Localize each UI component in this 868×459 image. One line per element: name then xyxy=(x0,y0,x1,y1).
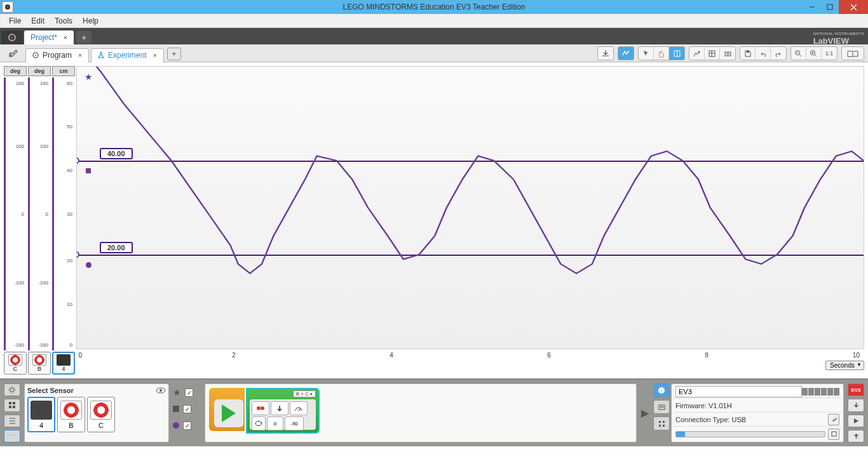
yaxis-scale-c[interactable]: 180 100 0 -100 -180 xyxy=(4,77,27,350)
legend-star-checkbox[interactable]: ✓ xyxy=(185,389,193,397)
brick-name-input[interactable] xyxy=(675,386,802,397)
add-project-tab[interactable]: + xyxy=(76,31,92,44)
menu-edit[interactable]: Edit xyxy=(26,14,50,28)
zoom-reset-button[interactable]: 1:1 xyxy=(822,47,837,60)
upload-button[interactable] xyxy=(848,430,864,442)
move-power-input[interactable]: 0 xyxy=(267,416,283,430)
brick-apps-tab[interactable] xyxy=(653,416,670,430)
download-button[interactable] xyxy=(598,47,613,60)
prediction-tool[interactable] xyxy=(689,47,705,60)
pan-tool[interactable] xyxy=(654,47,669,60)
graph-mode-button[interactable] xyxy=(618,47,634,60)
bottom-panel: ⋯ Select Sensor 4 B C ★ ✓ xyxy=(0,378,868,446)
move-speed-icon[interactable] xyxy=(290,401,308,415)
move-steering-block[interactable]: B + C ▾ 0 -50 xyxy=(246,388,320,434)
pointer-tool[interactable] xyxy=(639,47,654,60)
tab-program-close[interactable]: × xyxy=(76,51,85,60)
sensor-button-b[interactable]: B xyxy=(57,397,85,432)
config-button[interactable] xyxy=(4,383,20,396)
analyze-tool[interactable] xyxy=(669,47,684,60)
status-panel: i Firmware: V1.01H Connection Type: USB xyxy=(653,383,844,442)
tab-program[interactable]: Program × xyxy=(25,48,89,62)
yaxis-sensor-b[interactable]: B xyxy=(28,352,51,375)
menu-tools[interactable]: Tools xyxy=(50,14,78,28)
legend-row-square[interactable]: ✓ xyxy=(173,402,201,415)
move-block-ports[interactable]: B + C ▾ xyxy=(293,390,316,397)
window-title: LEGO MINDSTORMS Education EV3 Teacher Ed… xyxy=(0,3,868,11)
add-document-tab[interactable]: + xyxy=(167,48,181,60)
legend-dot-checkbox[interactable]: ✓ xyxy=(183,422,191,430)
svg-rect-50 xyxy=(663,425,665,427)
labview-logo: NATIONAL INSTRUMENTSLabVIEW xyxy=(813,29,864,46)
start-block[interactable] xyxy=(209,388,245,431)
graph-program-area[interactable]: B + C ▾ 0 -50 xyxy=(205,383,637,442)
legend-row-star[interactable]: ★ ✓ xyxy=(173,386,201,399)
xaxis-unit-select[interactable]: Seconds ▼ xyxy=(825,361,864,370)
legend-row-dot[interactable]: ✓ xyxy=(173,419,201,432)
experiment-canvas: deg 180 100 0 -100 -180 C deg 180 100 0 … xyxy=(0,62,868,378)
list-button[interactable] xyxy=(4,415,20,427)
zoom-in-button[interactable] xyxy=(806,47,822,60)
move-mode-icon[interactable] xyxy=(252,401,269,415)
project-tab-bar: Project* × + NATIONAL INSTRUMENTSLabVIEW xyxy=(0,28,868,44)
svg-rect-31 xyxy=(9,406,11,408)
brick-ports-tab[interactable] xyxy=(653,400,670,414)
grid-button[interactable] xyxy=(4,399,20,411)
move-steering-input[interactable]: -50 xyxy=(285,416,304,430)
yaxis-sensor-4[interactable]: 4 xyxy=(52,352,75,375)
svg-rect-32 xyxy=(13,406,15,408)
download-to-brick-button[interactable] xyxy=(848,399,864,411)
table-view-button[interactable] xyxy=(705,47,720,60)
play-icon xyxy=(222,404,236,422)
document-tab-bar: Program × Experiment × + xyxy=(0,44,868,62)
memory-settings-button[interactable] xyxy=(828,429,839,440)
move-loop-icon[interactable] xyxy=(252,416,266,430)
connection-value: USB xyxy=(731,416,746,423)
sensor-button-c[interactable]: C xyxy=(87,397,115,432)
redo-button[interactable] xyxy=(771,47,786,60)
menu-file[interactable]: File xyxy=(4,14,26,28)
panel-collapse-left[interactable]: ▶ xyxy=(641,383,649,442)
sensor-button-4[interactable]: 4 xyxy=(27,397,55,432)
svg-rect-51 xyxy=(832,432,836,436)
chart-plot[interactable]: 40.00 20.00 ★ xyxy=(76,66,864,349)
legend-square-checkbox[interactable]: ✓ xyxy=(183,405,191,413)
project-properties-button[interactable] xyxy=(4,46,22,60)
yaxis-scale-b[interactable]: 180 100 0 -100 -180 xyxy=(28,77,51,350)
minimize-button[interactable] xyxy=(803,0,821,14)
snapshot-button[interactable] xyxy=(720,47,735,60)
window-controls xyxy=(803,0,868,14)
yaxis-panel-c: deg 180 100 0 -100 -180 C xyxy=(4,66,27,375)
chevron-down-icon: ▼ xyxy=(857,362,862,368)
tab-experiment-close[interactable]: × xyxy=(151,51,159,60)
firmware-value: V1.01H xyxy=(709,402,732,409)
tab-experiment[interactable]: Experiment × xyxy=(91,48,164,62)
save-button[interactable] xyxy=(740,47,756,60)
yaxis-sensor-c[interactable]: C xyxy=(4,352,27,375)
palette-tools: ⋯ xyxy=(4,383,20,442)
move-direction-icon[interactable] xyxy=(271,401,288,415)
svg-line-40 xyxy=(299,408,301,411)
run-button[interactable] xyxy=(848,415,864,427)
connection-settings-button[interactable] xyxy=(828,414,839,425)
yaxis-unit-c[interactable]: deg xyxy=(4,66,27,76)
lobby-tab[interactable] xyxy=(1,30,23,44)
yaxis-unit-4[interactable]: cm xyxy=(52,66,75,76)
window-titlebar: LEGO MINDSTORMS Education EV3 Teacher Ed… xyxy=(0,0,868,14)
content-editor-button[interactable] xyxy=(842,47,864,60)
project-tab-close[interactable]: × xyxy=(61,33,70,42)
brick-info-tab[interactable]: i xyxy=(653,383,670,397)
svg-rect-29 xyxy=(9,402,11,404)
project-tab[interactable]: Project* × xyxy=(24,30,74,44)
yaxis-scale-4[interactable]: 60 50 40 30 20 10 0 xyxy=(52,77,75,350)
menu-help[interactable]: Help xyxy=(78,14,104,28)
undo-button[interactable] xyxy=(756,47,771,60)
firmware-label: Firmware: xyxy=(675,402,707,409)
yaxis-unit-b[interactable]: deg xyxy=(28,66,51,76)
eye-icon[interactable] xyxy=(156,387,166,394)
expand-button[interactable]: ⋯ xyxy=(4,430,20,442)
maximize-button[interactable] xyxy=(821,0,839,14)
zoom-out-button[interactable] xyxy=(791,47,806,60)
svg-rect-30 xyxy=(13,402,15,404)
close-button[interactable] xyxy=(839,0,868,14)
